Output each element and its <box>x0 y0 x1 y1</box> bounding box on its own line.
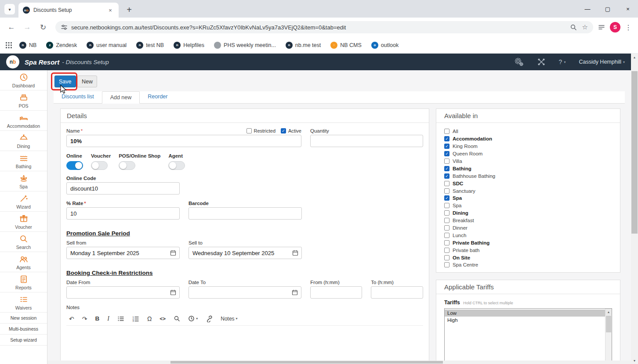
bookmark-helpfiles[interactable]: nHelpfiles <box>174 42 204 49</box>
bold-button[interactable]: B <box>95 315 99 322</box>
available-in-item[interactable]: Spa <box>444 202 612 209</box>
horizontal-scrollbar[interactable] <box>47 360 631 364</box>
channel-toggle[interactable] <box>66 161 83 170</box>
bullet-list-icon[interactable] <box>117 315 124 322</box>
italic-button[interactable]: I <box>107 315 109 322</box>
available-in-item[interactable]: Bathing <box>444 165 612 172</box>
available-in-item[interactable]: Bathhouse Bathing <box>444 172 612 180</box>
sidebar-item-waivers[interactable]: Waivers <box>0 292 47 313</box>
time-from-input[interactable] <box>310 286 362 299</box>
netbookings-logo[interactable]: nb <box>6 55 19 68</box>
minimize-button[interactable]: — <box>577 0 598 18</box>
availability-checkbox[interactable] <box>444 195 450 201</box>
redo-icon[interactable]: ↷ <box>82 315 87 322</box>
tariff-option[interactable]: Low <box>445 310 605 317</box>
profile-avatar[interactable]: S <box>610 22 620 32</box>
available-in-item[interactable]: On Site <box>444 254 612 261</box>
special-characters-button[interactable]: Ω <box>147 315 152 322</box>
maximize-button[interactable]: ▢ <box>598 0 618 18</box>
vertical-scroll-thumb[interactable] <box>631 71 638 234</box>
availability-checkbox[interactable] <box>444 203 450 208</box>
date-from-input[interactable] <box>66 286 180 299</box>
available-in-item[interactable]: King Room <box>444 143 612 150</box>
bookmark-nb[interactable]: nNB <box>19 42 36 49</box>
sidebar-item-pos[interactable]: POS <box>0 90 47 111</box>
bookmark-phs-meeting[interactable]: PHS weekly meetin... <box>214 42 276 49</box>
numbered-list-icon[interactable]: 123 <box>132 315 139 322</box>
sidebar-item-new-session[interactable]: New session <box>0 313 47 324</box>
availability-checkbox[interactable] <box>444 144 450 149</box>
bookmark-star-icon[interactable]: ☆ <box>582 23 588 31</box>
available-in-item[interactable]: Private bath <box>444 246 612 254</box>
reload-button[interactable]: ↻ <box>37 21 49 33</box>
availability-checkbox[interactable] <box>444 151 450 156</box>
find-icon[interactable] <box>174 315 180 322</box>
online-code-input[interactable] <box>66 182 180 195</box>
available-in-item[interactable]: Queen Room <box>444 150 612 158</box>
barcode-input[interactable] <box>188 207 302 220</box>
available-in-item[interactable]: All <box>444 128 612 135</box>
availability-checkbox[interactable] <box>444 159 450 164</box>
available-in-item[interactable]: Spa Centre <box>444 261 612 269</box>
sidebar-item-spa[interactable]: Spa <box>0 171 47 191</box>
available-in-item[interactable]: Dinner <box>444 224 612 232</box>
sidebar-item-reports[interactable]: Reports <box>0 272 47 292</box>
browser-tab[interactable]: nb Discounts Setup × <box>18 3 119 18</box>
sidebar-item-bathing[interactable]: Bathing <box>0 151 47 171</box>
availability-checkbox[interactable] <box>444 181 450 186</box>
listbox-scrollbar[interactable]: ▲ <box>605 309 612 364</box>
available-in-item[interactable]: Spa <box>444 195 612 202</box>
active-checkbox-row[interactable]: Active <box>281 128 301 133</box>
available-in-item[interactable]: Breakfast <box>444 217 612 224</box>
sell-to-input[interactable] <box>188 247 302 259</box>
sidebar-item-setup-wizard[interactable]: Setup wizard <box>0 335 47 346</box>
availability-checkbox[interactable] <box>444 255 450 260</box>
sidebar-item-accommodation[interactable]: Accommodation <box>0 111 47 131</box>
listbox-scroll-thumb[interactable] <box>606 316 611 332</box>
availability-checkbox[interactable] <box>444 248 450 253</box>
availability-checkbox[interactable] <box>444 262 450 267</box>
source-code-button[interactable]: <> <box>160 316 166 322</box>
available-in-item[interactable]: Dining <box>444 209 612 217</box>
available-in-item[interactable]: Accommodation <box>444 135 612 143</box>
bookmark-user-manual[interactable]: nuser manual <box>87 42 127 49</box>
availability-checkbox[interactable] <box>444 166 450 171</box>
insert-time-button[interactable]: ▾ <box>188 315 198 322</box>
content-tab[interactable]: Add new <box>102 91 140 104</box>
availability-checkbox[interactable] <box>444 240 450 245</box>
browser-menu-icon[interactable]: ⋮ <box>625 23 632 32</box>
availability-checkbox[interactable] <box>444 218 450 223</box>
address-bar[interactable]: secure.netbookings.com.au/test/Discounts… <box>55 21 593 33</box>
bookmark-zendesk[interactable]: zZendesk <box>46 42 77 49</box>
bookmark-nbme-test[interactable]: nnb.me test <box>286 42 321 49</box>
sidebar-item-voucher[interactable]: Voucher <box>0 212 47 232</box>
availability-checkbox[interactable] <box>444 225 450 231</box>
tab-close-icon[interactable]: × <box>106 6 114 14</box>
back-button[interactable]: ← <box>5 21 18 33</box>
available-in-item[interactable]: Lunch <box>444 231 612 239</box>
restricted-checkbox[interactable] <box>246 128 252 133</box>
sell-from-input[interactable] <box>66 247 180 259</box>
name-input[interactable] <box>66 135 301 147</box>
calendar-icon[interactable] <box>292 289 298 296</box>
channel-toggle[interactable] <box>119 161 135 170</box>
tab-search-button[interactable]: ▾ <box>4 4 15 14</box>
channel-toggle[interactable] <box>168 161 185 170</box>
available-in-item[interactable]: Villa <box>444 158 612 165</box>
availability-checkbox[interactable] <box>444 129 450 134</box>
calendar-icon[interactable] <box>170 250 176 256</box>
new-button[interactable]: New <box>77 76 97 87</box>
bookmark-outlook[interactable]: ooutlook <box>371 42 399 49</box>
sidebar-item-dining[interactable]: Dining <box>0 131 47 151</box>
rate-input[interactable] <box>66 207 180 220</box>
calendar-icon[interactable] <box>292 250 298 256</box>
tariffs-listbox[interactable]: Low High ▲ <box>444 308 612 364</box>
site-settings-icon[interactable] <box>61 24 68 31</box>
date-to-input[interactable] <box>188 286 302 299</box>
sidebar-item-search[interactable]: Search <box>0 232 47 252</box>
bookmark-nb-cms[interactable]: ◦NB CMS <box>330 42 362 49</box>
notes-editor-area[interactable] <box>66 326 423 364</box>
sidebar-item-dashboard[interactable]: Dashboard <box>0 70 47 90</box>
availability-checkbox[interactable] <box>444 173 450 179</box>
content-tab[interactable]: Reorder <box>140 91 175 103</box>
